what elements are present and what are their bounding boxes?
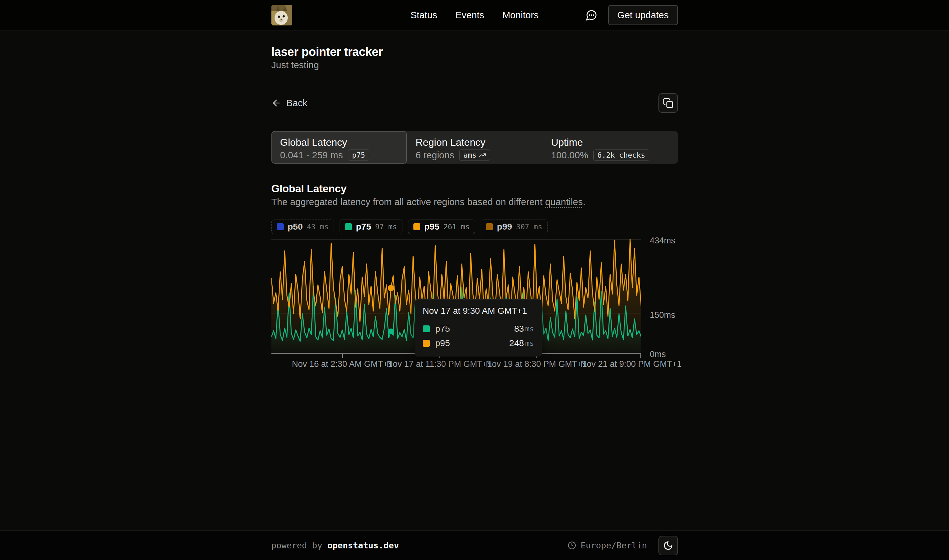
top-nav-bar: Status Events Monitors Get updates [0, 0, 949, 31]
legend-value: 261 ms [443, 223, 470, 231]
tab-value: 6 regions [415, 150, 454, 160]
logo-image[interactable] [271, 5, 292, 25]
legend-chip-p95[interactable]: p95 261 ms [408, 220, 475, 234]
legend-chip-p50[interactable]: p50 43 ms [271, 220, 334, 234]
arrow-left-icon [271, 98, 281, 108]
moon-icon [663, 540, 673, 551]
metric-tabs: Global Latency 0.041 - 259 ms p75 Region… [271, 131, 678, 164]
p50-swatch [277, 223, 284, 230]
cat-logo-icon [271, 5, 292, 25]
feedback-chat-button[interactable] [586, 9, 597, 21]
quantile-badge: p75 [348, 149, 369, 161]
x-axis-label: Nov 21 at 9:00 PM GMT+1 [580, 358, 682, 369]
y-axis-label: 150ms [650, 310, 675, 320]
chart-tooltip: Nov 17 at 9:30 AM GMT+1 p75 83 ms p95 24… [415, 299, 542, 357]
legend-chip-p75[interactable]: p75 97 ms [340, 220, 402, 234]
legend-label: p95 [425, 222, 440, 232]
tooltip-row-p95: p95 248 ms [423, 336, 534, 351]
y-axis-label: 0ms [650, 349, 666, 359]
y-axis-labels: 434ms150ms0ms [650, 239, 678, 357]
chart-legend: p50 43 ms p75 97 ms p95 261 ms p99 307 m… [271, 220, 678, 234]
legend-value: 307 ms [516, 223, 542, 231]
copy-link-button[interactable] [658, 93, 678, 113]
legend-label: p50 [288, 222, 303, 232]
timezone-display: Europe/Berlin [568, 540, 647, 550]
p95-swatch [414, 223, 420, 230]
legend-value: 43 ms [307, 223, 329, 231]
main-nav: Status Events Monitors [411, 10, 539, 20]
checks-badge: 6.2k checks [594, 149, 649, 161]
p75-swatch [345, 223, 352, 230]
p75-swatch [423, 325, 430, 332]
region-badge: ams [459, 149, 490, 161]
get-updates-button[interactable]: Get updates [608, 5, 678, 25]
latency-chart[interactable]: 434ms150ms0ms Nov 16 at 2:30 AM GMT+1Nov… [271, 239, 678, 371]
tab-title: Uptime [551, 136, 669, 148]
tooltip-title: Nov 17 at 9:30 AM GMT+1 [423, 306, 534, 316]
y-axis-label: 434ms [650, 236, 675, 246]
tooltip-row-p75: p75 83 ms [423, 322, 534, 336]
back-link[interactable]: Back [271, 98, 308, 108]
x-axis-labels: Nov 16 at 2:30 AM GMT+1Nov 17 at 11:30 P… [271, 358, 641, 371]
clock-icon [568, 541, 576, 550]
chart-section-title: Global Latency [271, 182, 678, 195]
p95-swatch [423, 340, 430, 347]
tab-title: Global Latency [280, 136, 398, 148]
footer: powered by openstatus.dev Europe/Berlin [0, 531, 949, 560]
quantiles-link[interactable]: quantiles [545, 197, 583, 207]
p99-swatch [486, 223, 493, 230]
x-axis-label: Nov 19 at 8:30 PM GMT+1 [486, 358, 587, 369]
copy-icon [663, 98, 674, 108]
page-subtitle: Just testing [271, 59, 678, 71]
openstatus-link[interactable]: openstatus.dev [327, 540, 399, 550]
chart-section-description: The aggregated latency from all active r… [271, 195, 678, 209]
trending-up-icon [479, 152, 486, 158]
tab-title: Region Latency [415, 136, 534, 148]
legend-chip-p99[interactable]: p99 307 ms [481, 220, 548, 234]
back-label: Back [286, 98, 308, 108]
tab-value: 100.00% [551, 150, 588, 160]
message-bubble-icon [586, 9, 597, 21]
x-axis-label: Nov 17 at 11:30 PM GMT+1 [387, 358, 492, 369]
theme-toggle-button[interactable] [658, 536, 678, 555]
x-axis-label: Nov 16 at 2:30 AM GMT+1 [292, 358, 392, 369]
page-title: laser pointer tracker [271, 45, 678, 59]
tab-uptime[interactable]: Uptime 100.00% 6.2k checks [542, 131, 678, 164]
nav-monitors[interactable]: Monitors [502, 10, 538, 20]
tab-value: 0.041 - 259 ms [280, 150, 343, 160]
legend-label: p75 [356, 222, 371, 232]
nav-events[interactable]: Events [455, 10, 484, 20]
powered-by: powered by openstatus.dev [271, 540, 399, 550]
legend-value: 97 ms [375, 223, 397, 231]
tab-region-latency[interactable]: Region Latency 6 regions ams [407, 131, 542, 164]
nav-status[interactable]: Status [411, 10, 437, 20]
tab-global-latency[interactable]: Global Latency 0.041 - 259 ms p75 [271, 131, 407, 164]
legend-label: p99 [497, 222, 512, 232]
